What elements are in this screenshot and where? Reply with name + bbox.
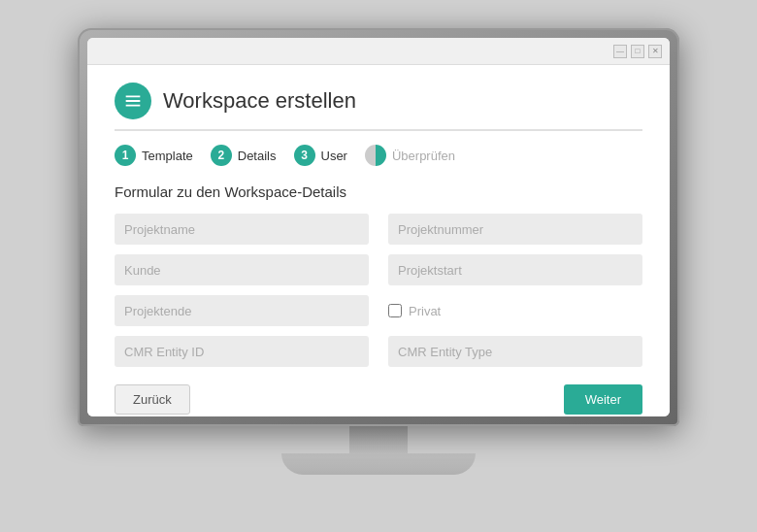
projektende-input[interactable] (115, 295, 369, 326)
step-1[interactable]: 1 Template (115, 145, 193, 166)
privat-label: Privat (409, 304, 441, 318)
step-4[interactable]: Überprüfen (365, 145, 455, 166)
workspace-icon (115, 83, 151, 119)
monitor-base (281, 453, 476, 475)
cmr-entity-id-input[interactable] (115, 336, 369, 367)
step-2-number: 2 (211, 145, 232, 166)
next-button[interactable]: Weiter (564, 384, 642, 415)
step-2[interactable]: 2 Details (211, 145, 277, 166)
step-4-label: Überprüfen (392, 149, 455, 163)
step-4-icon (365, 145, 386, 166)
button-row: Zurück Weiter (115, 384, 642, 415)
step-2-label: Details (238, 149, 277, 163)
dialog: Workspace erstellen 1 Template 2 Details (87, 65, 670, 416)
workspace-svg (122, 90, 144, 112)
privat-row: Privat (388, 295, 642, 326)
projektstart-input[interactable] (388, 254, 642, 285)
step-3[interactable]: 3 User (294, 145, 347, 166)
projektnummer-input[interactable] (388, 214, 642, 245)
close-button[interactable]: ✕ (648, 45, 662, 58)
back-button[interactable]: Zurück (115, 384, 190, 415)
privat-checkbox[interactable] (388, 304, 402, 317)
step-1-label: Template (142, 149, 193, 163)
form-section-title: Formular zu den Workspace-Details (115, 183, 642, 200)
projektname-input[interactable] (115, 214, 369, 245)
maximize-button[interactable]: □ (631, 45, 644, 58)
monitor-screen-outer: — □ ✕ Workspace erstellen (78, 28, 679, 426)
cmr-entity-type-input[interactable] (388, 336, 642, 367)
form-section: Formular zu den Workspace-Details Privat (115, 183, 642, 367)
dialog-header: Workspace erstellen (115, 83, 642, 131)
dialog-title: Workspace erstellen (163, 88, 356, 114)
form-grid: Privat (115, 214, 642, 367)
step-3-number: 3 (294, 145, 315, 166)
monitor-neck (349, 426, 408, 453)
window-chrome: — □ ✕ (87, 38, 670, 65)
step-1-number: 1 (115, 145, 136, 166)
step-3-label: User (321, 149, 347, 163)
monitor: — □ ✕ Workspace erstellen (78, 28, 679, 504)
monitor-screen-inner: — □ ✕ Workspace erstellen (87, 38, 670, 416)
steps-nav: 1 Template 2 Details 3 User (115, 145, 642, 166)
kunde-input[interactable] (115, 254, 369, 285)
minimize-button[interactable]: — (613, 45, 627, 58)
